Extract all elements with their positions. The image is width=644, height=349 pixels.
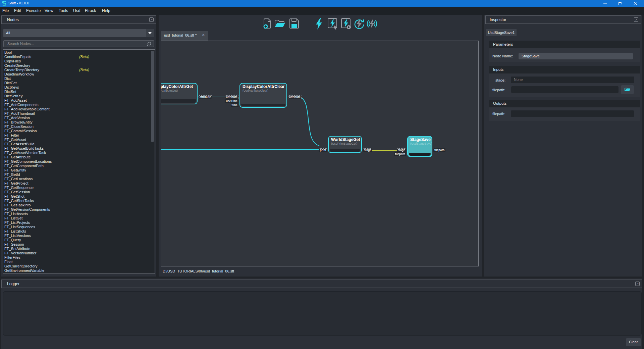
- menu-ftrack[interactable]: Ftrack: [85, 8, 96, 13]
- graph-node[interactable]: StageSave(UsdStageSave): [407, 136, 432, 157]
- node-type-item[interactable]: FT_GetAsset: [3, 138, 155, 142]
- node-type-item[interactable]: FT_GetProject: [3, 181, 155, 186]
- scrollbar-handle[interactable]: [151, 51, 154, 142]
- node-type-item[interactable]: FT_ListProjects: [3, 220, 155, 225]
- node-type-item[interactable]: FT_GetComponentLocations: [3, 159, 155, 164]
- input-port-arrows-icon[interactable]: [234, 92, 238, 95]
- node-type-item[interactable]: FT_ListAssets: [3, 212, 155, 216]
- undock-icon[interactable]: ↗: [634, 17, 638, 22]
- node-type-item[interactable]: ConditionEquals(Beta): [3, 55, 155, 59]
- execute-icon[interactable]: [315, 18, 323, 31]
- clear-logger-button[interactable]: Clear: [626, 338, 641, 346]
- graph-tab[interactable]: usd_tutorial_06.sft * ✕: [161, 31, 208, 41]
- node-type-item[interactable]: GetCurrentDirectory: [3, 264, 155, 268]
- node-type-item[interactable]: FT_Filter: [3, 133, 155, 138]
- menu-execute[interactable]: Execute: [26, 8, 41, 13]
- dropdown-button[interactable]: [146, 29, 154, 37]
- node-type-item[interactable]: Dict: [3, 77, 155, 81]
- node-type-item[interactable]: DictKeys: [3, 85, 155, 90]
- new-graph-icon[interactable]: [263, 18, 273, 30]
- menu-usd[interactable]: Usd: [73, 8, 80, 13]
- node-type-item[interactable]: FT_BrowseEntity: [3, 120, 155, 124]
- node-type-item[interactable]: FT_SetAttribute: [3, 247, 155, 251]
- node-type-item[interactable]: FT_GetLocations: [3, 177, 155, 181]
- input-port-prim[interactable]: prim: [319, 148, 327, 152]
- stage-input-field[interactable]: None: [511, 77, 634, 83]
- graph-node[interactable]: WorldStageGet(UsdPrimStageGet): [328, 136, 362, 153]
- node-type-item[interactable]: CopyFiles: [3, 59, 155, 63]
- node-type-item[interactable]: FT_Query: [3, 238, 155, 242]
- node-type-item[interactable]: FT_AddThumbnail: [3, 111, 155, 116]
- save-graph-icon[interactable]: [289, 18, 299, 30]
- input-port-stage[interactable]: stage: [397, 148, 406, 152]
- undock-icon[interactable]: ↗: [635, 282, 640, 286]
- node-type-item[interactable]: FT_GetTaskInfo: [3, 203, 155, 207]
- execute-event-icon[interactable]: [366, 18, 378, 31]
- node-type-item[interactable]: GetEnvironmentVariable: [3, 268, 155, 273]
- open-graph-icon[interactable]: [274, 18, 286, 30]
- node-type-item[interactable]: FT_GetSession: [3, 190, 155, 194]
- browse-filepath-button[interactable]: [621, 85, 634, 94]
- input-port-time[interactable]: time: [231, 103, 238, 107]
- filepath-input-field[interactable]: [511, 86, 619, 93]
- node-type-item[interactable]: Bool: [3, 50, 155, 55]
- output-port-arrows-icon[interactable]: [434, 145, 438, 148]
- node-type-item[interactable]: FT_GetAssetBuildTasks: [3, 146, 155, 151]
- node-type-item[interactable]: FT_VersionNumber: [3, 251, 155, 255]
- search-nodes-input[interactable]: Search Nodes...: [3, 40, 154, 47]
- node-type-item[interactable]: FT_CommitSession: [3, 129, 155, 133]
- node-type-item[interactable]: FT_GetAttribute: [3, 155, 155, 159]
- node-type-item[interactable]: FT_GetShotTasks: [3, 199, 155, 203]
- input-port-useTime[interactable]: useTime: [225, 99, 238, 103]
- output-port-stage[interactable]: stage: [363, 148, 372, 152]
- input-port-arrows-icon[interactable]: [323, 145, 327, 148]
- input-port-filepath[interactable]: filepath: [394, 152, 406, 156]
- node-type-item[interactable]: CreateTempDirectory(Beta): [3, 68, 155, 72]
- node-name-input[interactable]: StageSave: [519, 53, 633, 59]
- node-type-item[interactable]: Float: [3, 260, 155, 264]
- node-type-item[interactable]: FT_GetShot: [3, 194, 155, 199]
- output-port-arrows-icon[interactable]: [288, 92, 293, 95]
- output-port-attribute[interactable]: attribute: [199, 95, 212, 99]
- output-port-arrows-icon[interactable]: [199, 92, 203, 95]
- node-type-item[interactable]: FT_CloseSession: [3, 124, 155, 129]
- node-type-item[interactable]: FT_GetAssetVersionTask: [3, 151, 155, 155]
- output-port-arrows-icon[interactable]: [363, 145, 368, 148]
- graph-node[interactable]: DisplayColorAttrClear(UsdAttributeClear): [239, 83, 287, 108]
- tab-close-icon[interactable]: ✕: [202, 33, 205, 37]
- node-type-item[interactable]: FT_ListSequences: [3, 225, 155, 229]
- menu-edit[interactable]: Edit: [14, 8, 21, 13]
- graph-node[interactable]: DisplayColorAttrGet(UsdAttributeGet): [161, 83, 198, 104]
- node-type-item[interactable]: FT_GetVersionComponents: [3, 207, 155, 212]
- node-type-item[interactable]: DictSetKey: [3, 94, 155, 98]
- node-type-item[interactable]: FT_GetEntity: [3, 168, 155, 172]
- node-graph-canvas[interactable]: DisplayColorAttrGet(UsdAttributeGet)attr…: [161, 41, 479, 266]
- node-type-item[interactable]: DeadlineWorkflow: [3, 72, 155, 77]
- close-button[interactable]: [628, 0, 643, 7]
- node-type-item[interactable]: DictSet: [3, 90, 155, 94]
- node-type-item[interactable]: FilterFiles: [3, 255, 155, 260]
- node-type-item[interactable]: FT_GetAssetBuild: [3, 142, 155, 146]
- node-type-item[interactable]: FT_GetComponentPath: [3, 164, 155, 168]
- output-port-filepath[interactable]: filepath: [433, 148, 445, 152]
- inspected-node-tab[interactable]: UsdStageSave1: [486, 29, 517, 36]
- menu-tools[interactable]: Tools: [59, 8, 68, 13]
- menu-view[interactable]: View: [45, 8, 53, 13]
- menu-help[interactable]: Help: [102, 8, 110, 13]
- menu-file[interactable]: File: [2, 8, 9, 13]
- node-type-item[interactable]: DictGet: [3, 81, 155, 85]
- input-port-attribute[interactable]: attribute: [225, 95, 238, 99]
- node-type-item[interactable]: FT_Session: [3, 242, 155, 247]
- input-port-arrows-icon[interactable]: [402, 145, 406, 148]
- re-execute-icon[interactable]: [354, 18, 364, 31]
- node-type-item[interactable]: FT_AddComponents: [3, 103, 155, 107]
- output-port-attribute[interactable]: attribute: [288, 95, 302, 99]
- execute-up-to-icon[interactable]: [341, 18, 351, 31]
- minimize-button[interactable]: [597, 0, 612, 7]
- node-type-item[interactable]: FT_AddReviewableContent: [3, 107, 155, 111]
- node-type-item[interactable]: FT_ListVersions: [3, 234, 155, 238]
- node-type-item[interactable]: FT_ListGet: [3, 216, 155, 220]
- node-type-item[interactable]: FT_AddVersion: [3, 116, 155, 120]
- node-type-item[interactable]: CreateDirectory: [3, 63, 155, 68]
- node-filter-dropdown[interactable]: All: [3, 29, 154, 37]
